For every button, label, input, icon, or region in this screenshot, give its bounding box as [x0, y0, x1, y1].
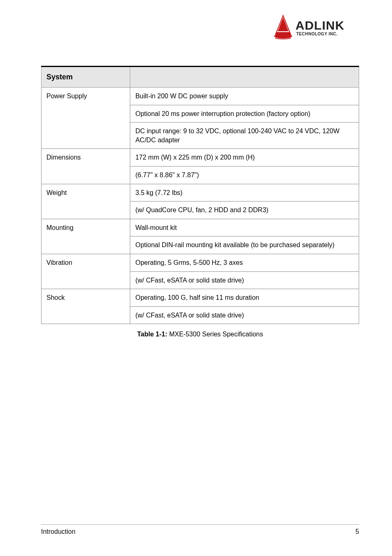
spec-label: Dimensions	[42, 149, 130, 184]
spec-value: Built-in 200 W DC power supply	[130, 88, 359, 105]
table-row: Mounting Wall-mount kit	[42, 219, 359, 236]
caption-prefix: Table 1-1:	[137, 331, 168, 338]
col-empty	[130, 67, 359, 88]
spec-value: (6.77" x 8.86" x 7.87")	[130, 166, 359, 184]
table-header-row: System	[42, 67, 359, 88]
table-row: Weight 3.5 kg (7.72 lbs)	[42, 184, 359, 202]
page-footer: Introduction 5	[41, 524, 359, 535]
spec-value: Operating, 5 Grms, 5-500 Hz, 3 axes	[130, 254, 359, 271]
spec-value: 172 mm (W) x 225 mm (D) x 200 mm (H)	[130, 149, 359, 167]
spec-value: 3.5 kg (7.72 lbs)	[130, 184, 359, 202]
spec-table: System Power Supply Built-in 200 W DC po…	[41, 66, 359, 324]
footer-section: Introduction	[41, 528, 76, 535]
spec-value: DC input range: 9 to 32 VDC, optional 10…	[130, 123, 359, 149]
table-row: Dimensions 172 mm (W) x 225 mm (D) x 200…	[42, 149, 359, 167]
spec-value: (w/ QuadCore CPU, fan, 2 HDD and 2 DDR3)	[130, 202, 359, 219]
caption-text: MXE-5300 Series Specifications	[169, 331, 263, 338]
svg-point-4	[275, 37, 291, 39]
spec-value: (w/ CFast, eSATA or solid state drive)	[130, 271, 359, 289]
col-system: System	[42, 67, 130, 88]
spec-label: Vibration	[42, 254, 130, 289]
brand-logo: ADLINK TECHNOLOGY INC.	[273, 12, 359, 43]
spec-label: Weight	[42, 184, 130, 219]
table-row: Shock Operating, 100 G, half sine 11 ms …	[42, 289, 359, 307]
spec-value: Wall-mount kit	[130, 219, 359, 236]
spec-label: Shock	[42, 289, 130, 324]
spec-value: Optional 20 ms power interruption protec…	[130, 105, 359, 123]
table-row: Power Supply Built-in 200 W DC power sup…	[42, 88, 359, 105]
spec-value: Optional DIN-rail mounting kit available…	[130, 236, 359, 254]
spec-value: Operating, 100 G, half sine 11 ms durati…	[130, 289, 359, 307]
spec-label: Power Supply	[42, 88, 130, 149]
logo-subtext: TECHNOLOGY INC.	[296, 32, 338, 36]
spec-label: Mounting	[42, 219, 130, 254]
footer-page-number: 5	[355, 528, 359, 535]
logo-text: ADLINK	[295, 19, 344, 32]
table-row: Vibration Operating, 5 Grms, 5-500 Hz, 3…	[42, 254, 359, 271]
spec-value: (w/ CFast, eSATA or solid state drive)	[130, 306, 359, 324]
table-caption: Table 1-1: MXE-5300 Series Specification…	[41, 331, 359, 338]
